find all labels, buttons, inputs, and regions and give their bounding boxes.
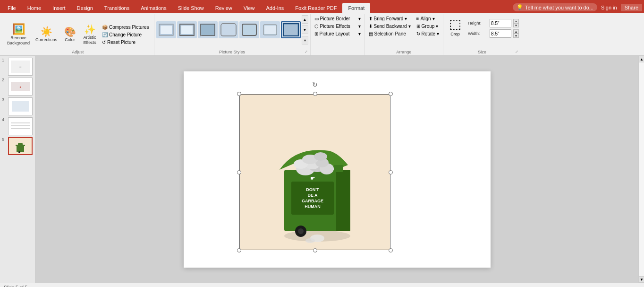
share-button[interactable]: Share: [621, 4, 642, 11]
svg-rect-24: [17, 146, 24, 152]
reset-picture-button[interactable]: ↺ Reset Picture: [100, 39, 151, 46]
handle-top-left[interactable]: [237, 92, 241, 96]
styles-scroll-more[interactable]: ▾: [302, 36, 308, 44]
picture-styles-dialog-launcher[interactable]: ⤢: [305, 50, 309, 54]
color-icon: 🎨: [64, 27, 76, 36]
tab-view[interactable]: View: [238, 3, 261, 13]
send-backward-button[interactable]: ⬇ Send Backward ▾: [367, 23, 413, 30]
handle-middle-right[interactable]: [389, 170, 393, 174]
picture-effects-button[interactable]: ⬡ Picture Effects ▾: [313, 23, 363, 30]
scroll-up-arrow[interactable]: ▲: [639, 56, 644, 62]
svg-text:☛: ☛: [310, 175, 315, 182]
handle-bottom-center[interactable]: [313, 248, 317, 252]
slide-3-thumb[interactable]: 3: [2, 97, 33, 115]
handle-middle-left[interactable]: [237, 170, 241, 174]
slide-5-thumb[interactable]: 5: [2, 137, 33, 155]
handle-bottom-left[interactable]: [237, 248, 241, 252]
styles-scroll-up[interactable]: ▲: [302, 15, 308, 24]
picture-layout-button[interactable]: ⊞ Picture Layout ▾: [313, 30, 363, 37]
handle-top-center[interactable]: [313, 92, 317, 96]
selection-pane-icon: ▤: [369, 31, 373, 36]
slide-canvas: DON'T BE A GARBAGE HUMAN ☛: [184, 71, 491, 268]
compress-pictures-button[interactable]: 📦 Compress Pictures: [100, 24, 151, 31]
svg-point-50: [305, 238, 315, 243]
align-dropdown[interactable]: ▾: [432, 16, 435, 21]
width-label: Width:: [468, 31, 488, 36]
svg-rect-9: [264, 26, 276, 34]
svg-rect-26: [18, 143, 23, 145]
rotate-handle[interactable]: ↻: [311, 81, 319, 88]
svg-point-39: [298, 228, 304, 234]
size-group: ⬚ Crop Height: ▲ ▼ Width: ▲: [443, 14, 521, 55]
scroll-down-arrow[interactable]: ▼: [639, 276, 644, 283]
tab-slideshow[interactable]: Slide Show: [172, 3, 210, 13]
tab-design[interactable]: Design: [71, 3, 99, 13]
style-7-active[interactable]: [281, 21, 301, 38]
picture-border-button[interactable]: ▭ Picture Border ▾: [313, 15, 363, 22]
style-3[interactable]: [198, 21, 218, 38]
bring-forward-button[interactable]: ⬆ Bring Forward ▾: [367, 15, 413, 22]
tab-review[interactable]: Review: [210, 3, 238, 13]
rotate-dropdown[interactable]: ▾: [437, 31, 439, 36]
effects-dropdown-icon[interactable]: ▾: [358, 24, 361, 29]
slide-count: Slide 5 of 5: [4, 285, 27, 287]
style-4[interactable]: [219, 21, 238, 38]
tab-file[interactable]: File: [2, 3, 22, 13]
width-input[interactable]: [490, 29, 511, 38]
svg-rect-7: [242, 24, 256, 35]
border-dropdown-icon[interactable]: ▾: [358, 16, 361, 21]
change-picture-button[interactable]: 🔄 Change Picture: [100, 31, 151, 38]
style-5[interactable]: [239, 21, 259, 38]
layout-dropdown-icon[interactable]: ▾: [358, 31, 361, 36]
styles-scroll-down[interactable]: ▼: [302, 26, 308, 34]
style-6[interactable]: [260, 21, 280, 38]
corrections-button[interactable]: ☀️ Corrections: [33, 26, 59, 44]
slide-2-preview: ●: [8, 78, 33, 96]
crop-label: Crop: [450, 32, 460, 36]
canvas-area: DON'T BE A GARBAGE HUMAN ☛: [35, 56, 638, 283]
tab-home[interactable]: Home: [22, 3, 47, 13]
width-up[interactable]: ▲: [513, 29, 519, 34]
tab-foxit[interactable]: Foxit Reader PDF: [289, 3, 342, 13]
height-down[interactable]: ▼: [513, 23, 519, 27]
send-backward-dropdown[interactable]: ▾: [408, 24, 411, 29]
signin-link[interactable]: Sign in: [601, 5, 617, 10]
height-input[interactable]: [490, 19, 511, 27]
tab-insert[interactable]: Insert: [47, 3, 71, 13]
slide-1-thumb[interactable]: 1 ✏: [2, 58, 33, 76]
handle-top-right[interactable]: [389, 92, 393, 96]
handle-bottom-right[interactable]: [389, 248, 393, 252]
ribbon: 🖼️ Remove Background ☀️ Corrections 🎨 Co…: [0, 13, 644, 56]
remove-background-button[interactable]: 🖼️ Remove Background: [5, 23, 32, 47]
slide-4-thumb[interactable]: 4: [2, 117, 33, 135]
bring-forward-dropdown[interactable]: ▾: [405, 16, 407, 21]
tell-me-box[interactable]: 💡 Tell me what you want to do...: [513, 3, 597, 11]
change-picture-icon: 🔄: [102, 32, 108, 37]
size-dialog-launcher[interactable]: ⤢: [515, 50, 520, 54]
group-dropdown[interactable]: ▾: [436, 24, 438, 29]
height-label: Height:: [468, 21, 488, 26]
width-down[interactable]: ▼: [513, 34, 519, 38]
picture-styles-group: ▲ ▼ ▾ Picture Styles ⤢: [154, 14, 311, 55]
rotate-button[interactable]: ↻ Rotate ▾: [415, 30, 441, 37]
scroll-track[interactable]: [639, 62, 644, 276]
tab-format[interactable]: Format: [342, 3, 370, 13]
adjust-label: Adjust: [2, 50, 154, 54]
remove-background-icon: 🖼️: [12, 24, 25, 35]
tab-animations[interactable]: Animations: [135, 3, 172, 13]
tab-addins[interactable]: Add-Ins: [260, 3, 289, 13]
artistic-effects-button[interactable]: ✨ Artistic Effects: [80, 23, 99, 47]
selection-pane-button[interactable]: ▤ Selection Pane: [367, 30, 413, 37]
lightbulb-icon: 💡: [517, 4, 523, 10]
crop-button[interactable]: ⬚ Crop: [445, 15, 465, 37]
style-2[interactable]: [177, 21, 197, 38]
slide-2-thumb[interactable]: 2 ●: [2, 78, 33, 96]
selected-image[interactable]: DON'T BE A GARBAGE HUMAN ☛: [239, 94, 390, 250]
height-up[interactable]: ▲: [513, 19, 519, 23]
svg-rect-4: [201, 24, 215, 35]
color-button[interactable]: 🎨 Color: [60, 26, 79, 44]
align-button[interactable]: ≡ Align ▾: [415, 15, 441, 22]
style-1[interactable]: [156, 21, 176, 38]
group-button[interactable]: ⊞ Group ▾: [415, 23, 441, 30]
tab-transitions[interactable]: Transitions: [99, 3, 135, 13]
